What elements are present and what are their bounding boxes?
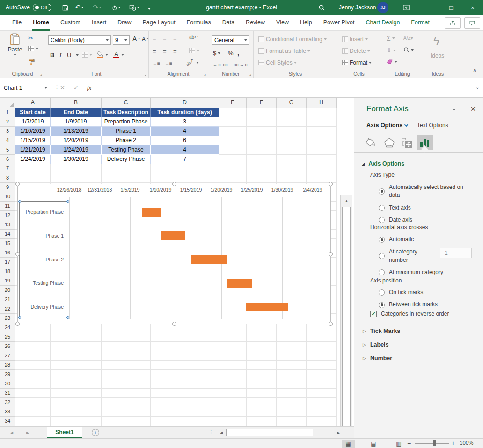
- fill-line-icon[interactable]: [363, 135, 379, 150]
- column-header-b[interactable]: B: [51, 98, 102, 108]
- column-header-c[interactable]: C: [102, 98, 151, 108]
- row-header-25[interactable]: 25: [0, 332, 15, 342]
- merge-center-icon[interactable]: [189, 48, 199, 53]
- column-header-g[interactable]: G: [277, 98, 307, 108]
- tabbar-splitter[interactable]: ⋮: [209, 429, 213, 434]
- chart-resize-handle[interactable]: [172, 182, 176, 186]
- new-sheet-button[interactable]: +: [92, 429, 99, 436]
- font-name-combo[interactable]: Calibri (Body): [48, 35, 111, 45]
- effects-icon[interactable]: [381, 135, 397, 150]
- row-header-4[interactable]: 4: [0, 136, 15, 145]
- select-objects-button[interactable]: [129, 0, 139, 15]
- row-header-29[interactable]: 29: [0, 370, 15, 379]
- customize-quick-access-toolbar-icon[interactable]: [148, 0, 151, 15]
- radio-unselected-icon[interactable]: [379, 253, 385, 259]
- formula-input[interactable]: [102, 80, 473, 95]
- find-select-button[interactable]: [403, 47, 414, 53]
- select-objects-dropdown-icon[interactable]: [137, 7, 139, 8]
- radio-unselected-icon[interactable]: [379, 205, 385, 211]
- table-cell[interactable]: 1/21/2019: [15, 145, 51, 155]
- ribbon-tab-insert[interactable]: Insert: [86, 15, 112, 31]
- number-dialog-launcher-icon[interactable]: ⌟: [249, 72, 251, 76]
- axis-handle-icon[interactable]: [18, 316, 21, 319]
- chart-resize-handle[interactable]: [15, 182, 20, 186]
- clear-button[interactable]: [387, 59, 397, 65]
- increase-indent-icon[interactable]: →≡: [165, 61, 172, 66]
- ribbon-tab-home[interactable]: Home: [27, 15, 55, 31]
- maximize-button[interactable]: □: [442, 0, 461, 15]
- gantt-bar-testing-phase[interactable]: [227, 279, 252, 288]
- row-header-6[interactable]: 6: [0, 155, 15, 164]
- ribbon-tab-file[interactable]: File: [7, 15, 27, 31]
- chart-axis-tick-label[interactable]: 1/25/2019: [237, 187, 267, 193]
- page-break-preview-icon[interactable]: ▥: [392, 440, 405, 448]
- chart-axis-tick-label[interactable]: 12/26/2018: [54, 187, 84, 193]
- row-header-15[interactable]: 15: [0, 239, 15, 248]
- name-box-dropdown-icon[interactable]: [44, 87, 47, 89]
- row-header-21[interactable]: 21: [0, 295, 15, 304]
- chart-resize-handle[interactable]: [15, 252, 20, 256]
- radio-selected-icon[interactable]: [379, 188, 385, 195]
- chart-axis-tick-label[interactable]: 1/15/2019: [176, 187, 206, 193]
- close-button[interactable]: ×: [463, 0, 482, 15]
- radio-unselected-icon[interactable]: [379, 217, 385, 223]
- ribbon-tab-custom[interactable]: Custom: [55, 15, 86, 31]
- table-cell[interactable]: 1/24/2019: [51, 145, 102, 155]
- column-header-f[interactable]: F: [247, 98, 277, 108]
- row-header-13[interactable]: 13: [0, 220, 15, 230]
- chart-axis-tick-label[interactable]: 12/31/2018: [85, 187, 115, 193]
- orientation-icon[interactable]: ab↗: [185, 60, 199, 65]
- alignment-dialog-launcher-icon[interactable]: ⌟: [204, 72, 206, 76]
- namebox-splitter[interactable]: ⋮: [54, 84, 59, 90]
- row-header-14[interactable]: 14: [0, 230, 15, 239]
- table-header-cell[interactable]: Start date: [15, 108, 51, 117]
- top-align-icon[interactable]: ≡: [153, 35, 156, 42]
- decrease-indent-icon[interactable]: ←≡: [153, 61, 160, 66]
- row-header-22[interactable]: 22: [0, 304, 15, 314]
- table-cell[interactable]: 7: [151, 155, 219, 164]
- checked-checkbox-icon[interactable]: ✓: [370, 311, 377, 317]
- table-cell[interactable]: 4: [151, 127, 219, 136]
- column-header-d[interactable]: D: [151, 98, 219, 108]
- table-header-cell[interactable]: End Date: [51, 108, 102, 117]
- font-color-button[interactable]: A: [113, 51, 124, 58]
- italic-button[interactable]: I: [59, 51, 61, 59]
- radio-option-date-axis[interactable]: Date axis: [379, 216, 478, 224]
- tab-text-options[interactable]: Text Options: [417, 122, 448, 129]
- font-dialog-launcher-icon[interactable]: ⌟: [145, 72, 146, 76]
- row-header-23[interactable]: 23: [0, 314, 15, 323]
- decrease-decimal-icon[interactable]: .00 →.0: [233, 63, 248, 67]
- table-cell[interactable]: Phase 1: [102, 127, 151, 136]
- wrap-text-icon[interactable]: ab↩: [189, 35, 198, 40]
- radio-option-at-category-number[interactable]: At category number1: [379, 248, 478, 264]
- accounting-format-icon[interactable]: $: [213, 50, 220, 57]
- horizontal-scroll-thumb[interactable]: [226, 429, 313, 436]
- row-header-32[interactable]: 32: [0, 398, 15, 407]
- touch-mode-button[interactable]: [111, 0, 121, 15]
- gantt-chart[interactable]: Prepartion PhasePhase 1Phase 2Testing Ph…: [17, 184, 331, 324]
- row-header-10[interactable]: 10: [0, 192, 15, 202]
- chart-resize-handle[interactable]: [172, 322, 176, 326]
- row-header-7[interactable]: 7: [0, 164, 15, 173]
- normal-view-icon[interactable]: ▦: [342, 440, 355, 448]
- autosave-pill[interactable]: Off: [33, 4, 51, 11]
- gantt-bar-phase-2[interactable]: [191, 255, 227, 264]
- category-number-input[interactable]: 1: [440, 248, 472, 258]
- chart-resize-handle[interactable]: [15, 322, 20, 326]
- categories-reverse-order-option[interactable]: ✓ Categories in reverse order: [370, 311, 449, 317]
- row-header-2[interactable]: 2: [0, 117, 15, 127]
- scroll-right-icon[interactable]: ▶: [334, 428, 343, 437]
- format-painter-button[interactable]: [28, 58, 35, 65]
- close-pane-icon[interactable]: ✕: [470, 105, 476, 113]
- row-header-19[interactable]: 19: [0, 276, 15, 286]
- radio-option-on-tick-marks[interactable]: On tick marks: [379, 289, 478, 296]
- select-all-corner[interactable]: [0, 98, 15, 108]
- row-header-11[interactable]: 11: [0, 202, 15, 211]
- table-cell[interactable]: 6: [151, 136, 219, 145]
- column-header-a[interactable]: A: [15, 98, 51, 108]
- bold-button[interactable]: B: [50, 51, 54, 58]
- search-icon[interactable]: [318, 0, 325, 15]
- table-cell[interactable]: 4: [151, 145, 219, 155]
- ribbon-tab-format[interactable]: Format: [405, 15, 435, 31]
- autosave-toggle[interactable]: AutoSave Off: [6, 0, 51, 15]
